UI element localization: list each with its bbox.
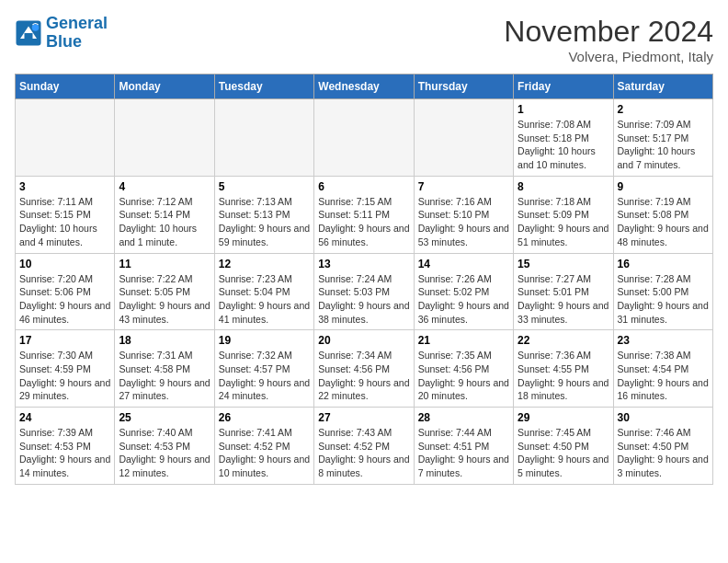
calendar-day-cell: 5Sunrise: 7:13 AM Sunset: 5:13 PM Daylig…	[214, 176, 313, 253]
day-info: Sunrise: 7:13 AM Sunset: 5:13 PM Dayligh…	[219, 195, 310, 249]
calendar-day-cell: 1Sunrise: 7:08 AM Sunset: 5:18 PM Daylig…	[514, 99, 613, 177]
day-number: 7	[418, 180, 509, 193]
calendar-table: SundayMondayTuesdayWednesdayThursdayFrid…	[15, 74, 713, 485]
calendar-day-cell: 25Sunrise: 7:40 AM Sunset: 4:53 PM Dayli…	[115, 408, 214, 485]
day-number: 22	[518, 334, 609, 347]
calendar-day-cell: 17Sunrise: 7:30 AM Sunset: 4:59 PM Dayli…	[16, 330, 115, 408]
calendar-day-cell: 3Sunrise: 7:11 AM Sunset: 5:15 PM Daylig…	[16, 176, 115, 253]
weekday-header-cell: Monday	[115, 75, 214, 99]
calendar-day-cell: 21Sunrise: 7:35 AM Sunset: 4:56 PM Dayli…	[414, 330, 513, 408]
day-info: Sunrise: 7:18 AM Sunset: 5:09 PM Dayligh…	[518, 195, 609, 249]
calendar-day-cell: 9Sunrise: 7:19 AM Sunset: 5:08 PM Daylig…	[613, 176, 712, 253]
day-number: 14	[418, 258, 509, 270]
calendar-day-cell: 6Sunrise: 7:15 AM Sunset: 5:11 PM Daylig…	[314, 176, 414, 253]
day-info: Sunrise: 7:41 AM Sunset: 4:52 PM Dayligh…	[219, 426, 310, 480]
day-info: Sunrise: 7:27 AM Sunset: 5:01 PM Dayligh…	[518, 272, 609, 327]
weekday-header-cell: Saturday	[613, 75, 712, 99]
weekday-header-cell: Thursday	[414, 75, 513, 99]
day-number: 3	[19, 180, 110, 193]
calendar-day-cell: 27Sunrise: 7:43 AM Sunset: 4:52 PM Dayli…	[314, 408, 414, 485]
day-info: Sunrise: 7:46 AM Sunset: 4:50 PM Dayligh…	[618, 426, 709, 480]
calendar-week-row: 1Sunrise: 7:08 AM Sunset: 5:18 PM Daylig…	[16, 99, 713, 177]
day-number: 21	[418, 334, 509, 347]
calendar-day-cell: 24Sunrise: 7:39 AM Sunset: 4:53 PM Dayli…	[16, 408, 115, 485]
day-number: 26	[219, 411, 310, 424]
weekday-header-row: SundayMondayTuesdayWednesdayThursdayFrid…	[16, 75, 713, 99]
day-info: Sunrise: 7:20 AM Sunset: 5:06 PM Dayligh…	[19, 272, 110, 327]
day-number: 15	[518, 258, 609, 270]
calendar-day-cell: 22Sunrise: 7:36 AM Sunset: 4:55 PM Dayli…	[514, 330, 613, 408]
calendar-week-row: 10Sunrise: 7:20 AM Sunset: 5:06 PM Dayli…	[16, 253, 713, 330]
weekday-header-cell: Sunday	[16, 75, 115, 99]
calendar-day-cell: 23Sunrise: 7:38 AM Sunset: 4:54 PM Dayli…	[613, 330, 712, 408]
calendar-day-cell: 4Sunrise: 7:12 AM Sunset: 5:14 PM Daylig…	[115, 176, 214, 253]
day-info: Sunrise: 7:08 AM Sunset: 5:18 PM Dayligh…	[518, 118, 609, 172]
day-number: 23	[618, 334, 709, 347]
calendar-day-cell: 20Sunrise: 7:34 AM Sunset: 4:56 PM Dayli…	[314, 330, 414, 408]
calendar-week-row: 17Sunrise: 7:30 AM Sunset: 4:59 PM Dayli…	[16, 330, 713, 408]
calendar-day-cell: 12Sunrise: 7:23 AM Sunset: 5:04 PM Dayli…	[214, 253, 313, 330]
calendar-day-cell: 18Sunrise: 7:31 AM Sunset: 4:58 PM Dayli…	[115, 330, 214, 408]
day-number: 4	[119, 180, 210, 193]
calendar-day-cell: 30Sunrise: 7:46 AM Sunset: 4:50 PM Dayli…	[613, 408, 712, 485]
day-info: Sunrise: 7:31 AM Sunset: 4:58 PM Dayligh…	[119, 349, 210, 403]
calendar-day-cell: 26Sunrise: 7:41 AM Sunset: 4:52 PM Dayli…	[214, 408, 313, 485]
day-number: 28	[418, 411, 509, 424]
calendar-day-cell: 11Sunrise: 7:22 AM Sunset: 5:05 PM Dayli…	[115, 253, 214, 330]
day-info: Sunrise: 7:32 AM Sunset: 4:57 PM Dayligh…	[219, 349, 310, 403]
calendar-day-cell	[214, 99, 313, 177]
location-subtitle: Volvera, Piedmont, Italy	[504, 49, 713, 64]
day-number: 8	[518, 180, 609, 193]
page-header: General Blue November 2024 Volvera, Pied…	[15, 15, 713, 64]
day-info: Sunrise: 7:15 AM Sunset: 5:11 PM Dayligh…	[318, 195, 409, 249]
calendar-day-cell: 8Sunrise: 7:18 AM Sunset: 5:09 PM Daylig…	[514, 176, 613, 253]
calendar-day-cell: 7Sunrise: 7:16 AM Sunset: 5:10 PM Daylig…	[414, 176, 513, 253]
day-number: 2	[618, 103, 709, 116]
day-info: Sunrise: 7:09 AM Sunset: 5:17 PM Dayligh…	[618, 118, 709, 172]
logo: General Blue	[15, 15, 108, 52]
logo-icon	[15, 19, 42, 47]
calendar-day-cell: 2Sunrise: 7:09 AM Sunset: 5:17 PM Daylig…	[613, 99, 712, 177]
day-info: Sunrise: 7:24 AM Sunset: 5:03 PM Dayligh…	[318, 272, 409, 327]
day-info: Sunrise: 7:44 AM Sunset: 4:51 PM Dayligh…	[418, 426, 509, 480]
calendar-day-cell: 16Sunrise: 7:28 AM Sunset: 5:00 PM Dayli…	[613, 253, 712, 330]
day-info: Sunrise: 7:43 AM Sunset: 4:52 PM Dayligh…	[318, 426, 409, 480]
day-info: Sunrise: 7:30 AM Sunset: 4:59 PM Dayligh…	[19, 349, 110, 403]
day-info: Sunrise: 7:39 AM Sunset: 4:53 PM Dayligh…	[19, 426, 110, 480]
day-info: Sunrise: 7:35 AM Sunset: 4:56 PM Dayligh…	[418, 349, 509, 403]
calendar-week-row: 24Sunrise: 7:39 AM Sunset: 4:53 PM Dayli…	[16, 408, 713, 485]
calendar-day-cell: 28Sunrise: 7:44 AM Sunset: 4:51 PM Dayli…	[414, 408, 513, 485]
svg-point-3	[32, 24, 40, 31]
day-number: 25	[119, 411, 210, 424]
day-number: 5	[219, 180, 310, 193]
calendar-day-cell: 19Sunrise: 7:32 AM Sunset: 4:57 PM Dayli…	[214, 330, 313, 408]
day-info: Sunrise: 7:12 AM Sunset: 5:14 PM Dayligh…	[119, 195, 210, 249]
day-number: 17	[19, 334, 110, 347]
svg-rect-2	[25, 33, 33, 39]
day-info: Sunrise: 7:16 AM Sunset: 5:10 PM Dayligh…	[418, 195, 509, 249]
calendar-day-cell: 14Sunrise: 7:26 AM Sunset: 5:02 PM Dayli…	[414, 253, 513, 330]
day-number: 6	[318, 180, 409, 193]
title-block: November 2024 Volvera, Piedmont, Italy	[504, 15, 713, 64]
day-info: Sunrise: 7:36 AM Sunset: 4:55 PM Dayligh…	[518, 349, 609, 403]
logo-line1: General	[46, 14, 108, 32]
calendar-day-cell	[414, 99, 513, 177]
day-info: Sunrise: 7:45 AM Sunset: 4:50 PM Dayligh…	[518, 426, 609, 480]
day-number: 1	[518, 103, 609, 116]
day-number: 29	[518, 411, 609, 424]
calendar-day-cell	[115, 99, 214, 177]
day-number: 19	[219, 334, 310, 347]
calendar-day-cell	[314, 99, 414, 177]
month-title: November 2024	[504, 15, 713, 49]
day-number: 12	[219, 258, 310, 270]
logo-line2: Blue	[46, 32, 82, 51]
day-number: 13	[318, 258, 409, 270]
day-number: 20	[318, 334, 409, 347]
day-info: Sunrise: 7:38 AM Sunset: 4:54 PM Dayligh…	[618, 349, 709, 403]
calendar-day-cell: 15Sunrise: 7:27 AM Sunset: 5:01 PM Dayli…	[514, 253, 613, 330]
calendar-week-row: 3Sunrise: 7:11 AM Sunset: 5:15 PM Daylig…	[16, 176, 713, 253]
day-number: 18	[119, 334, 210, 347]
day-info: Sunrise: 7:28 AM Sunset: 5:00 PM Dayligh…	[618, 272, 709, 327]
day-number: 24	[19, 411, 110, 424]
day-number: 9	[618, 180, 709, 193]
